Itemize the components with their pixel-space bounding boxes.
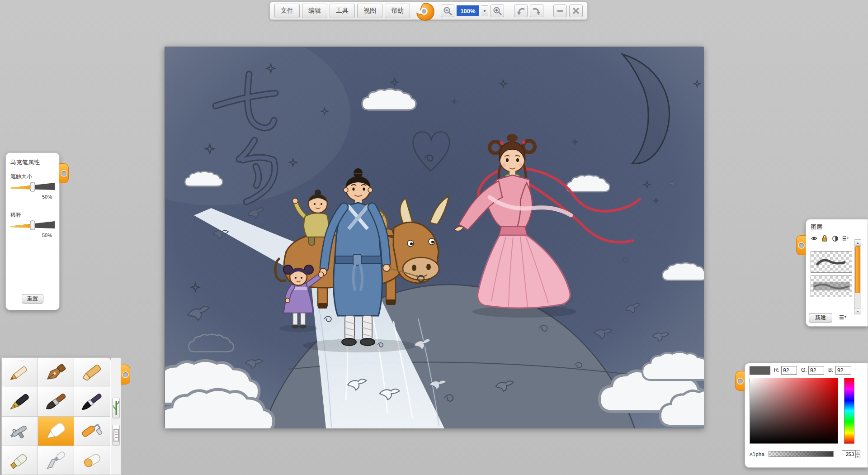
tool-palette-handle-tab[interactable] xyxy=(121,365,130,385)
zoom-out-button[interactable] xyxy=(441,5,454,17)
menu-edit[interactable]: 编辑 xyxy=(302,4,327,18)
tool-marker[interactable] xyxy=(38,417,74,446)
magnifier-plus-icon xyxy=(493,6,502,15)
tool-airbrush[interactable] xyxy=(2,417,38,446)
tool-eraser[interactable] xyxy=(74,446,110,475)
red-channel-label: R: xyxy=(774,367,779,373)
panel-tab-hole-icon xyxy=(123,372,128,377)
toolbar: 文件 编辑 工具 视图 帮助 ▼ xyxy=(269,2,588,20)
layer-list xyxy=(809,248,856,310)
alpha-label: Alpha xyxy=(750,452,764,457)
marker-icon xyxy=(42,420,71,442)
layer-thumbnail-2[interactable] xyxy=(811,276,852,297)
eraser-icon xyxy=(78,449,107,472)
marker-panel-title: 马克笔属性 xyxy=(6,153,59,168)
layers-scrollbar-thumb[interactable] xyxy=(855,246,860,293)
blend-contrast-icon[interactable] xyxy=(831,235,839,242)
brush-size-slider-handle[interactable] xyxy=(30,182,35,191)
green-channel-label: G: xyxy=(801,367,807,373)
color-panel-handle-tab[interactable] xyxy=(735,371,745,391)
marker-properties-panel: 马克笔属性 笔触大小 50% 稀释 50% 重置 xyxy=(5,152,60,310)
minimize-button[interactable] xyxy=(553,5,567,17)
menu-help[interactable]: 帮助 xyxy=(385,4,410,18)
layers-panel-title: 图层 xyxy=(806,219,868,232)
alpha-spinner: ▲ ▼ xyxy=(842,450,860,458)
menu-view[interactable]: 视图 xyxy=(357,4,382,18)
layers-menu-icon[interactable] xyxy=(839,314,847,322)
blue-channel-label: B: xyxy=(828,367,833,373)
alpha-slider[interactable] xyxy=(769,451,834,457)
layer-1-preview xyxy=(811,252,852,272)
zoom-dropdown-button[interactable]: ▼ xyxy=(481,5,488,16)
green-value-input[interactable] xyxy=(808,366,824,375)
tool-ink-brush[interactable] xyxy=(74,387,110,417)
tool-pencil[interactable] xyxy=(2,358,38,387)
panel-tab-hole-icon xyxy=(61,171,66,176)
tool-paint-tube[interactable] xyxy=(2,446,38,475)
redo-icon xyxy=(532,6,542,16)
blue-value-input[interactable] xyxy=(835,366,851,375)
color-picker-panel: R: G: B: Alpha ▲ ▼ xyxy=(745,363,868,468)
canvas[interactable] xyxy=(165,47,703,428)
saturation-value-picker[interactable] xyxy=(750,378,838,444)
red-value-input[interactable] xyxy=(781,366,797,375)
reset-button[interactable]: 重置 xyxy=(22,294,43,304)
brush-size-slider[interactable] xyxy=(6,181,59,194)
undo-icon xyxy=(516,6,526,16)
alpha-spin-down-icon[interactable]: ▼ xyxy=(855,454,860,458)
app-root: { "app": { "accent_orange": "#f7941d", "… xyxy=(0,0,868,475)
menu-tools[interactable]: 工具 xyxy=(330,4,355,18)
layers-panel-handle-tab[interactable] xyxy=(796,235,806,255)
tool-grid xyxy=(2,358,111,475)
dilution-slider-handle[interactable] xyxy=(30,221,35,230)
alpha-value-input[interactable] xyxy=(842,450,855,458)
dilution-slider[interactable] xyxy=(6,220,59,233)
palette-knife-icon xyxy=(42,449,71,472)
zoom-level-field[interactable] xyxy=(457,5,479,16)
tool-texture-card[interactable] xyxy=(112,425,120,446)
hue-slider[interactable] xyxy=(844,378,854,444)
tool-fountain-pen[interactable] xyxy=(2,387,38,417)
panel-tab-hole-icon xyxy=(799,243,804,248)
current-color-swatch[interactable] xyxy=(750,366,770,375)
pen-nib-icon xyxy=(42,361,71,384)
paintbrush-icon xyxy=(42,390,71,413)
alpha-spin-up-icon[interactable]: ▲ xyxy=(855,450,860,454)
marker-chisel-icon xyxy=(78,361,107,384)
layer-thumbnail-1[interactable] xyxy=(811,251,852,273)
visibility-eye-icon[interactable] xyxy=(811,235,818,242)
layers-footer: 新建 xyxy=(809,313,863,323)
pencil-icon xyxy=(5,361,34,384)
zoom-in-button[interactable] xyxy=(491,5,504,17)
bamboo-pen-icon xyxy=(113,399,119,417)
redo-button[interactable] xyxy=(530,5,543,17)
layer-options-icon[interactable] xyxy=(842,235,849,242)
new-layer-button[interactable]: 新建 xyxy=(809,313,832,323)
tool-palette-side-strip xyxy=(111,357,121,475)
tool-paint-roller[interactable] xyxy=(74,417,110,446)
tool-palette-knife[interactable] xyxy=(38,446,74,475)
app-logo-icon[interactable] xyxy=(415,1,436,24)
marker-panel-handle-tab[interactable] xyxy=(59,163,69,183)
magnifier-minus-icon xyxy=(443,6,452,15)
ink-brush-icon xyxy=(78,390,107,413)
layers-panel: 图层 ▲ ▼ 新建 xyxy=(806,219,868,327)
brush-size-value: 50% xyxy=(6,194,59,200)
lock-icon[interactable] xyxy=(821,235,828,242)
layers-scrollbar[interactable]: ▲ ▼ xyxy=(854,239,861,314)
undo-button[interactable] xyxy=(514,5,528,17)
tool-pen-nib[interactable] xyxy=(38,358,74,387)
tool-marker-chisel[interactable] xyxy=(74,358,110,387)
panel-tab-hole-icon xyxy=(738,379,743,384)
tool-bamboo-pen[interactable] xyxy=(112,398,120,418)
tool-paintbrush[interactable] xyxy=(38,387,74,417)
paint-tube-icon xyxy=(5,449,34,472)
airbrush-icon xyxy=(5,420,34,442)
menu-file[interactable]: 文件 xyxy=(274,4,300,18)
scroll-up-icon[interactable]: ▲ xyxy=(855,240,861,246)
dilution-value: 50% xyxy=(6,233,59,238)
canvas-artwork xyxy=(165,47,704,428)
close-button[interactable] xyxy=(569,5,583,17)
paint-roller-icon xyxy=(78,420,107,442)
close-icon xyxy=(572,7,580,14)
